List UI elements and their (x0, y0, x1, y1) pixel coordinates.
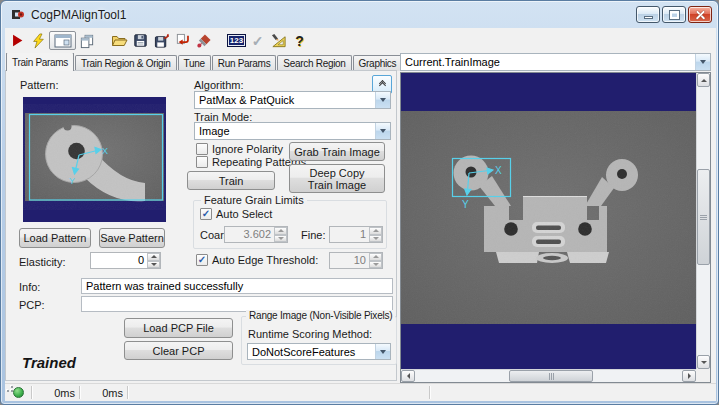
image-display-toggle-icon[interactable] (49, 31, 76, 50)
train-mode-combo[interactable]: Image (194, 122, 391, 140)
vertical-scroll-thumb[interactable] (697, 169, 710, 265)
spin-up-icon[interactable] (147, 253, 160, 261)
titlebar: CogPMAlignTool1 (1, 1, 719, 28)
toolbar: 123 ✓ ? (7, 30, 707, 51)
calibration-icon[interactable] (268, 31, 289, 50)
copy-tool-icon[interactable] (76, 31, 97, 50)
spin-up-icon (369, 253, 382, 261)
train-button[interactable]: Train (187, 171, 275, 190)
grab-train-image-button[interactable]: Grab Train Image (289, 142, 385, 161)
chevron-double-up-icon (378, 82, 385, 89)
dropdown-arrow-icon[interactable] (375, 344, 390, 359)
reset-icon[interactable] (193, 31, 214, 50)
spin-up-icon (369, 227, 382, 235)
run-time-value: 0ms (35, 387, 75, 399)
image-selector-combo[interactable]: Current.TrainImage (400, 53, 711, 71)
pattern-x-axis-label: X (102, 146, 108, 156)
auto-edge-threshold-checkbox[interactable]: ✓ Auto Edge Threshold: (196, 254, 318, 266)
maximize-button[interactable] (662, 6, 686, 23)
open-file-icon[interactable] (109, 31, 130, 50)
toolbar-separator (214, 31, 226, 50)
import-icon[interactable] (172, 31, 193, 50)
scroll-right-icon[interactable] (682, 370, 696, 382)
minimize-button[interactable] (636, 6, 660, 23)
numeric-display-icon[interactable]: 123 (226, 31, 247, 50)
save-image-icon[interactable] (151, 31, 172, 50)
scroll-down-icon[interactable] (697, 355, 710, 369)
clear-pcp-button[interactable]: Clear PCP (124, 341, 233, 360)
pcp-label: PCP: (19, 299, 45, 311)
save-pattern-button[interactable]: Save Pattern (99, 228, 165, 248)
elasticity-value: 0 (91, 253, 147, 268)
coarse-stepper: 3.602 (224, 226, 288, 243)
elasticity-label: Elasticity: (19, 256, 65, 268)
commit-check-icon[interactable]: ✓ (247, 31, 268, 50)
deep-copy-train-image-button[interactable]: Deep Copy Train Image (289, 164, 385, 193)
scroll-left-icon[interactable] (401, 370, 415, 382)
run-icon[interactable] (7, 31, 28, 50)
checkbox-icon (196, 156, 208, 168)
spin-down-icon[interactable] (147, 261, 160, 269)
close-button[interactable] (688, 6, 712, 23)
trained-status-text: Trained (22, 354, 76, 371)
info-field: Pattern was trained successfully (81, 278, 393, 294)
dropdown-arrow-icon[interactable] (695, 54, 710, 70)
checkbox-icon (196, 143, 208, 155)
train-image-display[interactable]: X Y (401, 73, 696, 369)
range-image-title: Range Image (Non-Visible Pixels) (246, 310, 395, 321)
window: CogPMAlignTool1 (0, 0, 719, 405)
auto-select-checkbox[interactable]: ✓ Auto Select (200, 208, 272, 220)
save-icon[interactable] (130, 31, 151, 50)
horizontal-scroll-thumb[interactable] (509, 370, 593, 382)
pattern-label: Pattern: (20, 79, 59, 91)
dropdown-arrow-icon[interactable] (375, 123, 390, 139)
minimize-icon (644, 16, 653, 19)
vertical-scrollbar[interactable] (696, 73, 710, 369)
load-pattern-button[interactable]: Load Pattern (19, 228, 91, 248)
coarse-value: 3.602 (225, 227, 274, 242)
scroll-up-icon[interactable] (697, 73, 710, 87)
tab-train-region-origin[interactable]: Train Region & Origin (75, 55, 176, 71)
tab-train-params[interactable]: Train Params (6, 53, 74, 71)
train-image: X Y (401, 111, 696, 324)
fine-stepper: 1 (329, 226, 383, 243)
spin-down-icon (369, 235, 382, 243)
toolbar-separator (97, 31, 109, 50)
y-axis-label: Y (462, 199, 469, 210)
help-icon[interactable]: ? (289, 31, 310, 50)
spin-up-icon (274, 227, 287, 235)
elasticity-stepper[interactable]: 0 (90, 252, 161, 269)
resize-grip[interactable] (3, 382, 13, 392)
close-icon (695, 9, 706, 20)
tab-graphics[interactable]: Graphics (353, 55, 400, 71)
feature-grain-limits-title: Feature Grain Limits (201, 194, 307, 206)
runtime-scoring-method-label: Runtime Scoring Method: (248, 328, 372, 340)
maximize-icon (670, 11, 679, 19)
dropdown-arrow-icon[interactable] (375, 92, 390, 108)
auto-edge-threshold-value: 10 (330, 253, 369, 268)
app-icon (10, 7, 25, 22)
electric-run-icon[interactable] (28, 31, 49, 50)
statusbar-separator (127, 386, 128, 399)
checkbox-icon: ✓ (200, 208, 212, 220)
info-label: Info: (19, 281, 40, 293)
x-axis-label: X (495, 165, 502, 176)
statusbar-separator (31, 386, 32, 399)
algorithm-label: Algorithm: (194, 79, 244, 91)
load-pcp-file-button[interactable]: Load PCP File (124, 318, 233, 338)
runtime-scoring-method-combo[interactable]: DoNotScoreFeatures (247, 343, 391, 360)
horizontal-scrollbar[interactable] (401, 369, 696, 382)
spin-down-icon (369, 261, 382, 269)
status-light-icon (13, 387, 24, 398)
tab-search-region[interactable]: Search Region (277, 55, 351, 71)
ignore-polarity-checkbox[interactable]: Ignore Polarity (196, 143, 283, 155)
tab-strip: Train Params Train Region & Origin Tune … (6, 53, 400, 71)
status-bar: 0ms 0ms (5, 383, 716, 401)
window-title: CogPMAlignTool1 (31, 8, 126, 22)
tab-run-params[interactable]: Run Params (212, 55, 277, 71)
checkbox-icon: ✓ (196, 254, 208, 266)
tab-tune[interactable]: Tune (178, 55, 211, 71)
algorithm-combo[interactable]: PatMax & PatQuick (194, 91, 391, 109)
statusbar-separator (429, 386, 430, 399)
auto-edge-threshold-stepper: 10 (329, 252, 383, 269)
